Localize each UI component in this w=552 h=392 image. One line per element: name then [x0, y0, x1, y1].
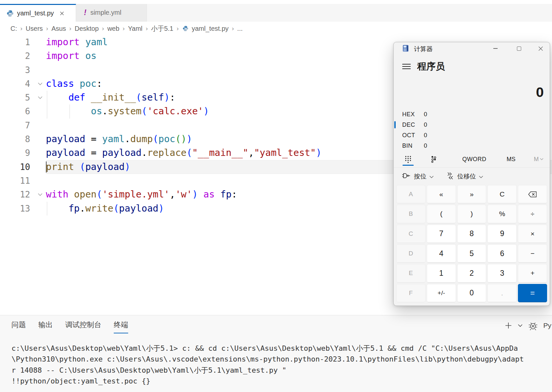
key-F[interactable]: F	[396, 284, 425, 302]
menu-icon[interactable]	[402, 64, 411, 69]
full-keypad-icon[interactable]	[402, 154, 414, 164]
breadcrumb-item[interactable]: web	[107, 25, 119, 32]
tab-simple-yml[interactable]: ! simple.yml	[76, 4, 147, 22]
key-6[interactable]: 6	[487, 244, 517, 263]
chevron-down-icon	[479, 173, 483, 180]
panel-tab-bar: 问题输出调试控制台终端	[11, 320, 141, 333]
panel-tab-问题[interactable]: 问题	[11, 320, 26, 333]
line-number: 7	[0, 119, 30, 132]
debug-console-icon[interactable]	[528, 321, 538, 330]
key-5[interactable]: 5	[457, 244, 486, 263]
breadcrumb-item[interactable]: Yaml	[128, 25, 142, 32]
key-A[interactable]: A	[396, 185, 425, 203]
dropdown-位移位[interactable]: 位移位	[446, 171, 483, 182]
key-D[interactable]: D	[396, 244, 425, 263]
close-icon[interactable]	[58, 10, 66, 17]
calculator-toolbar: QWORD MS M	[394, 154, 550, 166]
fold-chevron-icon[interactable]	[35, 77, 45, 91]
code-text: print (payload)	[46, 160, 130, 174]
key-.[interactable]: .	[487, 284, 517, 302]
warning-icon: !	[84, 8, 87, 17]
panel-tab-调试控制台[interactable]: 调试控制台	[65, 320, 101, 333]
memory-store-button[interactable]: MS	[505, 154, 517, 164]
backspace-icon[interactable]	[518, 185, 547, 203]
key-E[interactable]: E	[396, 264, 425, 282]
radix-row-hex[interactable]: HEX0	[394, 109, 550, 120]
key-8[interactable]: 8	[457, 225, 486, 243]
fold-chevron-icon[interactable]	[35, 188, 45, 201]
line-number: 4	[0, 77, 30, 91]
key-4[interactable]: 4	[427, 244, 456, 263]
calculator-keypad: A«»CB()%÷C789×D456−E123+F+/-0.=	[396, 185, 547, 302]
breadcrumb-more[interactable]: ...	[237, 25, 243, 32]
panel-tab-终端[interactable]: 终端	[114, 320, 128, 333]
code-text: fp.write(payload)	[46, 202, 164, 215]
radix-row-dec[interactable]: DEC0	[394, 120, 550, 130]
code-text: import yaml	[46, 35, 108, 49]
dropdown-label: 位移位	[457, 172, 476, 181]
bit-toggle-keypad-icon[interactable]	[428, 154, 440, 164]
key-−[interactable]: −	[518, 244, 547, 263]
minimize-button[interactable]	[488, 42, 503, 55]
divider	[394, 167, 550, 168]
key-»[interactable]: »	[457, 185, 486, 203]
key-÷[interactable]: ÷	[518, 205, 547, 223]
key-)[interactable]: )	[457, 205, 486, 223]
bottom-panel: 问题输出调试控制台终端 Py c:\Users\Asus\Desktop\web…	[0, 315, 552, 392]
key-7[interactable]: 7	[427, 225, 456, 243]
radix-value: 0	[424, 121, 427, 128]
key-1[interactable]: 1	[427, 264, 456, 282]
breadcrumb-separator-icon: ›	[146, 25, 148, 32]
radix-label: DEC	[402, 121, 424, 128]
breadcrumb-item[interactable]: 小于5.1	[151, 24, 173, 33]
radix-panel: HEX0DEC0OCT0BIN0	[394, 109, 550, 151]
calculator-titlebar[interactable]: 计算器	[394, 42, 550, 55]
key-C[interactable]: C	[487, 185, 517, 203]
tab-label: simple.yml	[90, 9, 121, 16]
calculator-window: 计算器 程序员 0 HEX0DEC0OCT0BIN0 QWORD M	[393, 42, 550, 306]
key-%[interactable]: %	[487, 205, 517, 223]
key-2[interactable]: 2	[457, 264, 486, 282]
text-cursor	[46, 161, 47, 173]
key-C[interactable]: C	[396, 225, 425, 243]
key-B[interactable]: B	[396, 205, 425, 223]
key-9[interactable]: 9	[487, 225, 517, 243]
dropdown-按位[interactable]: 按位	[402, 171, 434, 182]
word-size-button[interactable]: QWORD	[463, 154, 486, 164]
breadcrumb-item[interactable]: Users	[26, 25, 43, 32]
breadcrumb-item[interactable]: Desktop	[75, 25, 99, 32]
radix-row-bin[interactable]: BIN0	[394, 140, 550, 151]
terminal-output[interactable]: c:\Users\Asus\Desktop\web\Yaml\小于5.1> c:…	[11, 343, 552, 392]
breadcrumb-file[interactable]: yaml_test.py	[192, 25, 228, 32]
panel-actions: Py	[504, 321, 552, 330]
code-text: payload = payload.replace("__main__","ya…	[46, 146, 322, 160]
terminal-line: c:\Users\Asus\Desktop\web\Yaml\小于5.1> c:…	[11, 343, 552, 354]
key-+/-[interactable]: +/-	[427, 284, 456, 302]
tab-yaml-test-py[interactable]: yaml_test.py	[0, 4, 76, 22]
line-number: 9	[0, 146, 30, 160]
key-×[interactable]: ×	[518, 225, 547, 243]
breadcrumb-item[interactable]: Asus	[51, 25, 66, 32]
radix-row-oct[interactable]: OCT0	[394, 130, 550, 140]
new-terminal-icon[interactable]	[504, 322, 512, 329]
fold-chevron-icon[interactable]	[35, 91, 45, 104]
terminal-label-python[interactable]: Py	[543, 322, 551, 329]
close-button[interactable]	[533, 42, 548, 55]
key-0[interactable]: 0	[457, 284, 486, 302]
chevron-down-icon[interactable]	[518, 323, 523, 328]
line-number: 13	[0, 202, 30, 215]
line-number: 1	[0, 35, 30, 49]
panel-tab-输出[interactable]: 输出	[38, 320, 53, 333]
memory-dropdown-button[interactable]: M	[532, 154, 545, 164]
breadcrumb-item[interactable]: C:	[10, 25, 17, 32]
radix-value: 0	[424, 142, 427, 149]
key-equals[interactable]: =	[518, 284, 547, 302]
dropdown-label: 按位	[414, 172, 426, 181]
line-number: 6	[0, 104, 30, 118]
key-([interactable]: (	[427, 205, 456, 223]
operation-dropdowns: 按位位移位	[402, 171, 483, 182]
key-«[interactable]: «	[427, 185, 456, 203]
key-+[interactable]: +	[518, 264, 547, 282]
maximize-button[interactable]	[512, 42, 526, 55]
key-3[interactable]: 3	[487, 264, 517, 282]
